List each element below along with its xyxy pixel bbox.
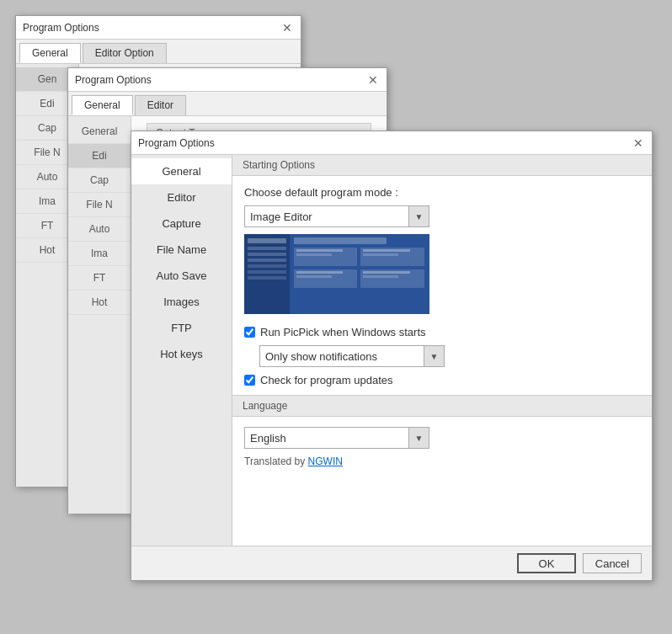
language-dropdown-value: English	[245, 430, 408, 446]
run-picpick-row: Run PicPick when Windows starts	[244, 326, 640, 338]
mode-dropdown-arrow[interactable]: ▼	[408, 206, 429, 226]
cancel-button[interactable]: Cancel	[583, 553, 642, 573]
starting-options-header: Starting Options	[232, 155, 652, 176]
window2-sidebar: General Edi Cap File N Auto Ima FT Hot	[68, 116, 131, 514]
sidebar-item-hotkeys[interactable]: Hot keys	[131, 341, 232, 367]
run-picpick-label: Run PicPick when Windows starts	[260, 326, 426, 338]
window3-close-button[interactable]: ✕	[632, 136, 645, 150]
notifications-dropdown[interactable]: Only show notifications ▼	[259, 345, 445, 367]
translator-link[interactable]: NGWIN	[308, 456, 343, 467]
window2-titlebar: Program Options ✕	[68, 68, 387, 92]
window2-close-button[interactable]: ✕	[366, 73, 380, 87]
mode-dropdown[interactable]: Image Editor ▼	[244, 205, 429, 227]
sidebar-item-ftp[interactable]: FTP	[131, 315, 232, 341]
translated-by-row: Translated by NGWIN	[244, 456, 640, 467]
window1-close-button[interactable]: ✕	[280, 21, 294, 35]
notifications-dropdown-value: Only show notifications	[260, 349, 424, 365]
window2-sidebar-capture[interactable]: Cap	[68, 168, 131, 193]
window2-sidebar-autosave[interactable]: Auto	[68, 217, 131, 242]
check-updates-row: Check for program updates	[244, 374, 640, 386]
sidebar-item-images[interactable]: Images	[131, 289, 232, 315]
window1-tab-editor[interactable]: Editor Option	[83, 43, 167, 63]
window3-sidebar: General Editor Capture File Name Auto Sa…	[131, 155, 232, 553]
sidebar-item-autosave[interactable]: Auto Save	[131, 263, 232, 289]
window1-title: Program Options	[23, 22, 99, 34]
window2-tab-general[interactable]: General	[72, 95, 133, 115]
notifications-dropdown-arrow[interactable]: ▼	[424, 346, 444, 366]
translated-by-label: Translated by	[244, 456, 305, 467]
window1-tab-general[interactable]: General	[19, 43, 81, 63]
sidebar-item-editor[interactable]: Editor	[131, 184, 232, 210]
run-picpick-checkbox[interactable]	[244, 327, 255, 338]
preview-inner	[244, 234, 429, 314]
check-updates-checkbox[interactable]	[244, 375, 255, 386]
window2-sidebar-filename[interactable]: File N	[68, 193, 131, 217]
window3-footer: OK Cancel	[131, 546, 652, 580]
window2-sidebar-editor[interactable]: Edi	[68, 144, 131, 168]
sidebar-item-filename[interactable]: File Name	[131, 237, 232, 263]
window1-titlebar: Program Options ✕	[16, 16, 301, 40]
language-dropdown-arrow[interactable]: ▼	[408, 428, 429, 448]
language-section-header: Language	[232, 395, 652, 417]
window3: Program Options ✕ General Editor Capture…	[131, 131, 653, 581]
preview-main	[291, 234, 429, 314]
sidebar-item-capture[interactable]: Capture	[131, 210, 232, 237]
window3-titlebar: Program Options ✕	[131, 131, 652, 155]
window3-main-panel: Starting Options Choose default program …	[232, 155, 652, 553]
mode-preview-image	[244, 234, 429, 314]
language-dropdown[interactable]: English ▼	[244, 427, 429, 449]
window3-content: General Editor Capture File Name Auto Sa…	[131, 155, 652, 553]
main-content-area: Choose default program mode : Image Edit…	[232, 186, 652, 479]
ok-button[interactable]: OK	[517, 553, 576, 573]
window2-title: Program Options	[75, 74, 152, 86]
window2-sidebar-hotkeys[interactable]: Hot	[68, 290, 131, 315]
window2-sidebar-images[interactable]: Ima	[68, 242, 131, 266]
window2-sidebar-ftp[interactable]: FT	[68, 266, 131, 290]
sidebar-item-general[interactable]: General	[131, 158, 232, 184]
window2-tabs: General Editor	[68, 92, 387, 116]
mode-dropdown-value: Image Editor	[245, 209, 408, 225]
window2-sidebar-general[interactable]: General	[68, 120, 131, 144]
window1-tabs: General Editor Option	[16, 40, 301, 64]
preview-sidebar	[244, 234, 291, 314]
mode-label: Choose default program mode :	[244, 186, 640, 199]
check-updates-label: Check for program updates	[260, 374, 393, 386]
window3-title: Program Options	[138, 137, 215, 149]
window2-tab-editor[interactable]: Editor	[135, 95, 186, 115]
